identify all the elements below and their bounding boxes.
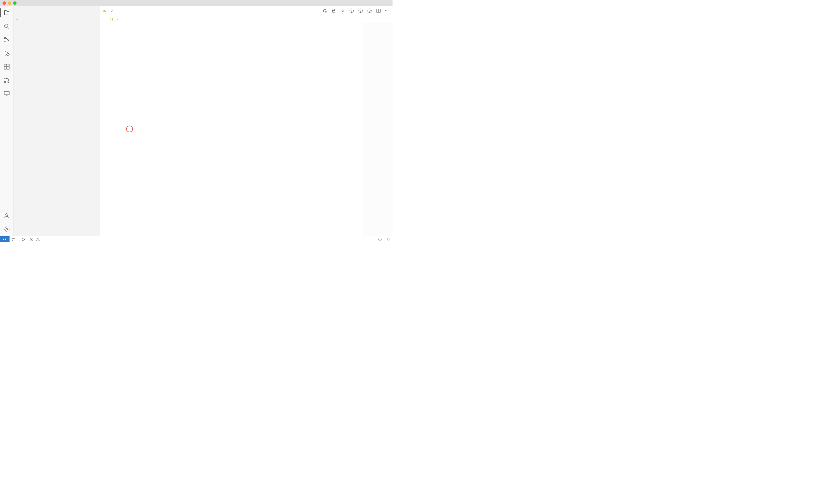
click-indicator — [126, 126, 133, 132]
svg-rect-12 — [4, 91, 9, 95]
titlebar — [0, 0, 393, 6]
svg-point-0 — [4, 24, 8, 27]
settings-gear-icon[interactable] — [3, 225, 11, 233]
folder-section-header[interactable]: ⌄ — [13, 16, 100, 22]
extensions-icon[interactable] — [3, 63, 11, 71]
line-numbers — [100, 22, 114, 236]
js-file-icon: JS — [110, 18, 113, 21]
notifications-icon[interactable] — [384, 237, 393, 241]
svg-point-13 — [6, 214, 8, 216]
svg-point-18 — [350, 9, 354, 13]
go-back-icon[interactable] — [340, 8, 345, 14]
github-pr-icon[interactable] — [3, 76, 11, 84]
svg-point-23 — [12, 240, 13, 241]
svg-point-10 — [4, 81, 6, 83]
run-file-icon[interactable] — [367, 8, 372, 14]
svg-point-14 — [6, 228, 8, 230]
run-debug-icon[interactable] — [3, 49, 11, 57]
compare-changes-icon[interactable] — [322, 8, 327, 14]
svg-rect-8 — [7, 67, 9, 69]
svg-rect-17 — [333, 10, 335, 12]
more-icon[interactable]: ⋯ — [94, 9, 97, 13]
explorer-icon[interactable] — [3, 9, 11, 17]
maximize-window-button[interactable] — [13, 1, 17, 5]
remote-indicator[interactable] — [0, 236, 10, 242]
more-actions-icon[interactable]: ⋯ — [385, 8, 389, 14]
readonly-lock-icon[interactable] — [331, 8, 336, 14]
svg-point-11 — [8, 81, 9, 83]
tab-active[interactable]: JS × — [100, 6, 116, 16]
split-editor-icon[interactable] — [376, 8, 381, 14]
svg-point-15 — [323, 9, 324, 10]
account-icon[interactable] — [3, 212, 11, 220]
activity-bar — [0, 6, 13, 236]
svg-rect-6 — [7, 64, 9, 66]
search-icon[interactable] — [3, 22, 11, 30]
svg-point-20 — [368, 9, 371, 13]
svg-point-22 — [12, 238, 13, 239]
tabs-bar: JS × ⋯ — [100, 6, 393, 16]
minimap[interactable] — [362, 22, 393, 236]
minimize-window-button[interactable] — [8, 1, 11, 5]
svg-point-9 — [4, 78, 6, 79]
nav-prev-icon[interactable] — [349, 8, 354, 14]
auto-attach-status[interactable] — [43, 236, 48, 242]
source-control-icon[interactable] — [3, 36, 11, 44]
file-tree — [13, 22, 100, 218]
svg-point-19 — [359, 9, 363, 13]
git-branch-status[interactable] — [10, 236, 19, 242]
sidebar-title: ⋯ — [13, 6, 100, 16]
svg-point-2 — [4, 41, 6, 42]
timeline-header[interactable]: › — [13, 224, 100, 230]
remote-explorer-icon[interactable] — [3, 90, 11, 98]
editor-group: JS × ⋯ › JS › — [100, 6, 393, 236]
close-window-button[interactable] — [3, 1, 6, 5]
svg-point-26 — [379, 238, 382, 241]
svg-point-24 — [14, 238, 15, 239]
js-file-icon: JS — [103, 10, 106, 13]
status-bar — [0, 236, 393, 242]
breadcrumb[interactable]: › JS › — [100, 16, 393, 22]
svg-rect-7 — [4, 67, 6, 69]
notebook-header[interactable]: › — [13, 230, 100, 236]
feedback-icon[interactable] — [376, 237, 384, 241]
problems-status[interactable] — [27, 236, 43, 242]
editor-actions: ⋯ — [322, 8, 393, 14]
window-controls — [0, 1, 17, 5]
svg-point-16 — [326, 11, 327, 13]
code-editor[interactable] — [100, 22, 393, 236]
close-tab-icon[interactable]: × — [109, 9, 114, 13]
code-content[interactable] — [114, 22, 393, 236]
svg-point-3 — [8, 39, 9, 41]
svg-rect-5 — [4, 64, 6, 66]
sync-status[interactable] — [19, 236, 27, 242]
svg-point-1 — [4, 38, 6, 39]
sidebar: ⋯ ⌄ › › › — [13, 6, 100, 236]
nav-next-icon[interactable] — [358, 8, 363, 14]
outline-header[interactable]: › — [13, 218, 100, 224]
svg-point-4 — [7, 54, 9, 56]
